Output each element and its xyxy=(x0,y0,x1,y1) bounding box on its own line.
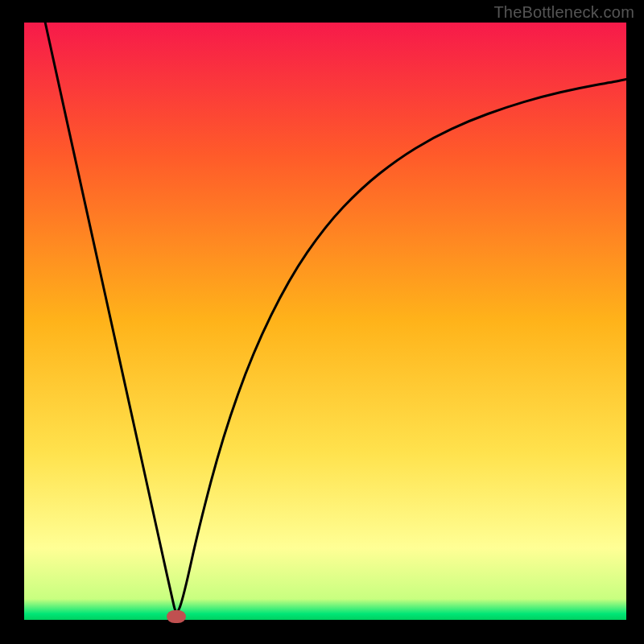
chart-frame: TheBottleneck.com xyxy=(0,0,644,644)
plot-area xyxy=(24,23,626,620)
optimum-marker xyxy=(167,610,186,623)
watermark-text: TheBottleneck.com xyxy=(493,3,634,22)
bottleneck-curve xyxy=(24,23,626,620)
